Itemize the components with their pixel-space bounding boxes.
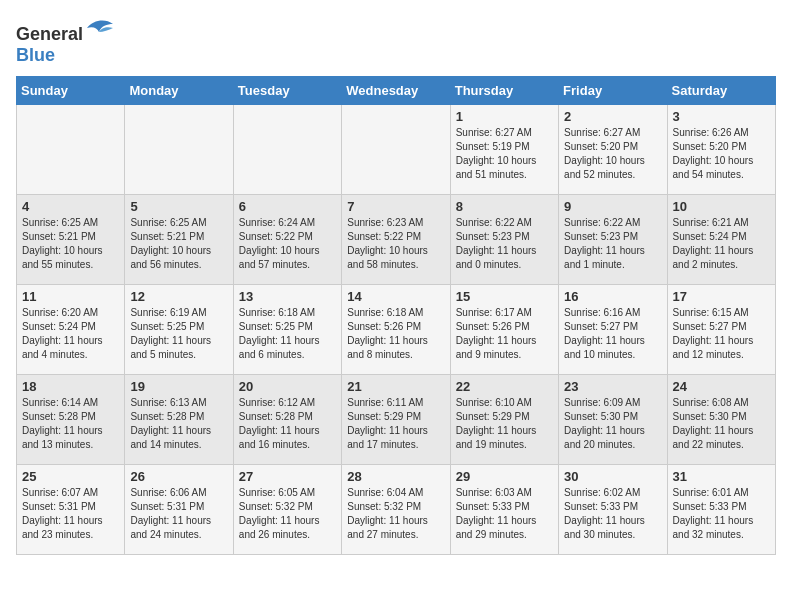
- day-cell-5: 5Sunrise: 6:25 AMSunset: 5:21 PMDaylight…: [125, 195, 233, 285]
- sunset-text: Sunset: 5:20 PM: [673, 141, 747, 152]
- sunset-text: Sunset: 5:25 PM: [239, 321, 313, 332]
- sunrise-text: Sunrise: 6:16 AM: [564, 307, 640, 318]
- day-cell-1: 1Sunrise: 6:27 AMSunset: 5:19 PMDaylight…: [450, 105, 558, 195]
- day-cell-7: 7Sunrise: 6:23 AMSunset: 5:22 PMDaylight…: [342, 195, 450, 285]
- day-cell-30: 30Sunrise: 6:02 AMSunset: 5:33 PMDayligh…: [559, 465, 667, 555]
- day-info: Sunrise: 6:14 AMSunset: 5:28 PMDaylight:…: [22, 396, 119, 452]
- daylight-text: Daylight: 11 hours and 9 minutes.: [456, 335, 537, 360]
- sunrise-text: Sunrise: 6:19 AM: [130, 307, 206, 318]
- day-number: 1: [456, 109, 553, 124]
- daylight-text: Daylight: 10 hours and 51 minutes.: [456, 155, 537, 180]
- day-info: Sunrise: 6:27 AMSunset: 5:20 PMDaylight:…: [564, 126, 661, 182]
- day-info: Sunrise: 6:11 AMSunset: 5:29 PMDaylight:…: [347, 396, 444, 452]
- day-number: 26: [130, 469, 227, 484]
- day-cell-15: 15Sunrise: 6:17 AMSunset: 5:26 PMDayligh…: [450, 285, 558, 375]
- sunset-text: Sunset: 5:27 PM: [673, 321, 747, 332]
- day-info: Sunrise: 6:26 AMSunset: 5:20 PMDaylight:…: [673, 126, 770, 182]
- day-cell-31: 31Sunrise: 6:01 AMSunset: 5:33 PMDayligh…: [667, 465, 775, 555]
- daylight-text: Daylight: 11 hours and 1 minute.: [564, 245, 645, 270]
- sunrise-text: Sunrise: 6:17 AM: [456, 307, 532, 318]
- logo-blue: Blue: [16, 45, 55, 65]
- weekday-header-wednesday: Wednesday: [342, 77, 450, 105]
- sunset-text: Sunset: 5:32 PM: [347, 501, 421, 512]
- day-cell-20: 20Sunrise: 6:12 AMSunset: 5:28 PMDayligh…: [233, 375, 341, 465]
- logo-general: General: [16, 24, 83, 44]
- sunset-text: Sunset: 5:23 PM: [564, 231, 638, 242]
- sunrise-text: Sunrise: 6:06 AM: [130, 487, 206, 498]
- day-number: 11: [22, 289, 119, 304]
- daylight-text: Daylight: 11 hours and 27 minutes.: [347, 515, 428, 540]
- daylight-text: Daylight: 11 hours and 24 minutes.: [130, 515, 211, 540]
- day-cell-11: 11Sunrise: 6:20 AMSunset: 5:24 PMDayligh…: [17, 285, 125, 375]
- daylight-text: Daylight: 11 hours and 8 minutes.: [347, 335, 428, 360]
- day-cell-8: 8Sunrise: 6:22 AMSunset: 5:23 PMDaylight…: [450, 195, 558, 285]
- day-info: Sunrise: 6:02 AMSunset: 5:33 PMDaylight:…: [564, 486, 661, 542]
- sunrise-text: Sunrise: 6:11 AM: [347, 397, 423, 408]
- week-row-3: 11Sunrise: 6:20 AMSunset: 5:24 PMDayligh…: [17, 285, 776, 375]
- day-number: 5: [130, 199, 227, 214]
- day-number: 8: [456, 199, 553, 214]
- day-cell-29: 29Sunrise: 6:03 AMSunset: 5:33 PMDayligh…: [450, 465, 558, 555]
- day-info: Sunrise: 6:18 AMSunset: 5:26 PMDaylight:…: [347, 306, 444, 362]
- day-number: 30: [564, 469, 661, 484]
- day-info: Sunrise: 6:07 AMSunset: 5:31 PMDaylight:…: [22, 486, 119, 542]
- day-cell-22: 22Sunrise: 6:10 AMSunset: 5:29 PMDayligh…: [450, 375, 558, 465]
- day-info: Sunrise: 6:18 AMSunset: 5:25 PMDaylight:…: [239, 306, 336, 362]
- sunrise-text: Sunrise: 6:05 AM: [239, 487, 315, 498]
- sunset-text: Sunset: 5:20 PM: [564, 141, 638, 152]
- day-number: 15: [456, 289, 553, 304]
- day-number: 29: [456, 469, 553, 484]
- sunrise-text: Sunrise: 6:03 AM: [456, 487, 532, 498]
- day-info: Sunrise: 6:12 AMSunset: 5:28 PMDaylight:…: [239, 396, 336, 452]
- sunset-text: Sunset: 5:31 PM: [22, 501, 96, 512]
- daylight-text: Daylight: 11 hours and 32 minutes.: [673, 515, 754, 540]
- calendar-table: SundayMondayTuesdayWednesdayThursdayFrid…: [16, 76, 776, 555]
- sunset-text: Sunset: 5:27 PM: [564, 321, 638, 332]
- sunset-text: Sunset: 5:29 PM: [456, 411, 530, 422]
- sunrise-text: Sunrise: 6:08 AM: [673, 397, 749, 408]
- sunset-text: Sunset: 5:22 PM: [239, 231, 313, 242]
- sunrise-text: Sunrise: 6:27 AM: [456, 127, 532, 138]
- day-cell-13: 13Sunrise: 6:18 AMSunset: 5:25 PMDayligh…: [233, 285, 341, 375]
- sunrise-text: Sunrise: 6:01 AM: [673, 487, 749, 498]
- sunrise-text: Sunrise: 6:12 AM: [239, 397, 315, 408]
- sunrise-text: Sunrise: 6:14 AM: [22, 397, 98, 408]
- day-number: 31: [673, 469, 770, 484]
- daylight-text: Daylight: 11 hours and 10 minutes.: [564, 335, 645, 360]
- daylight-text: Daylight: 11 hours and 29 minutes.: [456, 515, 537, 540]
- day-cell-24: 24Sunrise: 6:08 AMSunset: 5:30 PMDayligh…: [667, 375, 775, 465]
- sunrise-text: Sunrise: 6:18 AM: [239, 307, 315, 318]
- day-info: Sunrise: 6:25 AMSunset: 5:21 PMDaylight:…: [130, 216, 227, 272]
- sunrise-text: Sunrise: 6:07 AM: [22, 487, 98, 498]
- sunset-text: Sunset: 5:28 PM: [130, 411, 204, 422]
- weekday-header-tuesday: Tuesday: [233, 77, 341, 105]
- day-number: 4: [22, 199, 119, 214]
- sunrise-text: Sunrise: 6:10 AM: [456, 397, 532, 408]
- day-info: Sunrise: 6:19 AMSunset: 5:25 PMDaylight:…: [130, 306, 227, 362]
- day-number: 2: [564, 109, 661, 124]
- day-info: Sunrise: 6:23 AMSunset: 5:22 PMDaylight:…: [347, 216, 444, 272]
- sunset-text: Sunset: 5:26 PM: [347, 321, 421, 332]
- day-info: Sunrise: 6:09 AMSunset: 5:30 PMDaylight:…: [564, 396, 661, 452]
- daylight-text: Daylight: 11 hours and 17 minutes.: [347, 425, 428, 450]
- day-info: Sunrise: 6:05 AMSunset: 5:32 PMDaylight:…: [239, 486, 336, 542]
- day-info: Sunrise: 6:22 AMSunset: 5:23 PMDaylight:…: [456, 216, 553, 272]
- daylight-text: Daylight: 11 hours and 13 minutes.: [22, 425, 103, 450]
- day-number: 24: [673, 379, 770, 394]
- week-row-4: 18Sunrise: 6:14 AMSunset: 5:28 PMDayligh…: [17, 375, 776, 465]
- sunset-text: Sunset: 5:22 PM: [347, 231, 421, 242]
- daylight-text: Daylight: 11 hours and 20 minutes.: [564, 425, 645, 450]
- weekday-header-sunday: Sunday: [17, 77, 125, 105]
- day-number: 10: [673, 199, 770, 214]
- daylight-text: Daylight: 11 hours and 30 minutes.: [564, 515, 645, 540]
- daylight-text: Daylight: 10 hours and 56 minutes.: [130, 245, 211, 270]
- empty-cell: [125, 105, 233, 195]
- daylight-text: Daylight: 10 hours and 52 minutes.: [564, 155, 645, 180]
- sunset-text: Sunset: 5:31 PM: [130, 501, 204, 512]
- sunset-text: Sunset: 5:25 PM: [130, 321, 204, 332]
- daylight-text: Daylight: 11 hours and 12 minutes.: [673, 335, 754, 360]
- sunset-text: Sunset: 5:29 PM: [347, 411, 421, 422]
- day-number: 14: [347, 289, 444, 304]
- day-cell-10: 10Sunrise: 6:21 AMSunset: 5:24 PMDayligh…: [667, 195, 775, 285]
- day-number: 18: [22, 379, 119, 394]
